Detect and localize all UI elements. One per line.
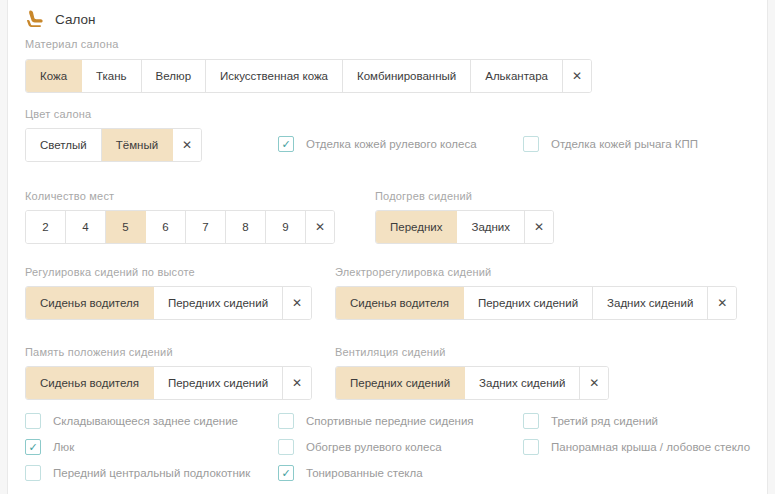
- seats-count-option[interactable]: 9: [266, 211, 306, 243]
- material-option[interactable]: Комбинированный: [343, 60, 471, 92]
- clear-icon: ✕: [589, 376, 599, 390]
- height-adjustment-option[interactable]: Сиденья водителя: [26, 287, 154, 319]
- electric-adjustment-button-group: Сиденья водителя Передних сидений Задних…: [335, 286, 737, 320]
- checkbox-label: Панорамная крыша / лобовое стекло: [551, 441, 750, 453]
- checkbox-front-armrest[interactable]: Передний центральный подлокотник: [25, 465, 250, 481]
- checkbox-label: Складывающееся заднее сидение: [53, 415, 238, 427]
- check-icon: ✓: [28, 441, 37, 454]
- height-adjustment-button-group: Сиденья водителя Передних сидений ✕: [25, 286, 312, 320]
- checkbox-box[interactable]: [523, 136, 539, 152]
- seat-icon: [25, 10, 45, 28]
- seats-count-option[interactable]: 6: [146, 211, 186, 243]
- material-option[interactable]: Искусственная кожа: [206, 60, 343, 92]
- checkbox-label: Передний центральный подлокотник: [53, 467, 250, 479]
- checkbox-box[interactable]: ✓: [25, 439, 41, 455]
- position-memory-label: Память положения сидений: [25, 346, 173, 358]
- heating-label: Подогрев сидений: [375, 190, 472, 202]
- checkbox-gearbox-leather[interactable]: Отделка кожей рычага КПП: [523, 128, 698, 160]
- seats-count-label: Количество мест: [25, 190, 114, 202]
- checkbox-box[interactable]: [523, 439, 539, 455]
- height-adjustment-label: Регулировка сидений по высоте: [25, 266, 195, 278]
- section-title: Салон: [55, 12, 95, 27]
- electric-adjustment-option[interactable]: Передних сидений: [464, 287, 593, 319]
- material-option[interactable]: Алькантара: [471, 60, 563, 92]
- checkbox-box[interactable]: [278, 439, 294, 455]
- clear-icon: ✕: [292, 376, 302, 390]
- material-button-group: Кожа Ткань Велюр Искусственная кожа Комб…: [25, 59, 592, 93]
- clear-icon: ✕: [717, 296, 727, 310]
- color-button-group: Светлый Тёмный ✕: [25, 128, 202, 162]
- material-option[interactable]: Ткань: [82, 60, 142, 92]
- material-clear-button[interactable]: ✕: [563, 60, 591, 92]
- checkbox-steering-leather[interactable]: ✓ Отделка кожей рулевого колеса: [278, 128, 477, 160]
- seats-count-option[interactable]: 4: [66, 211, 106, 243]
- checkbox-box[interactable]: ✓: [278, 136, 294, 152]
- ventilation-option[interactable]: Задних сидений: [465, 367, 580, 399]
- checkbox-label: Третий ряд сидений: [551, 415, 658, 427]
- color-option[interactable]: Светлый: [26, 129, 102, 161]
- ventilation-clear-button[interactable]: ✕: [580, 367, 608, 399]
- checkbox-label: Люк: [53, 441, 74, 453]
- checkbox-box[interactable]: [278, 413, 294, 429]
- checkbox-box[interactable]: ✓: [278, 465, 294, 481]
- heating-option[interactable]: Задних: [457, 211, 525, 243]
- height-adjustment-clear-button[interactable]: ✕: [283, 287, 311, 319]
- position-memory-option[interactable]: Сиденья водителя: [26, 367, 154, 399]
- seats-count-option[interactable]: 5: [106, 211, 146, 243]
- color-clear-button[interactable]: ✕: [173, 129, 201, 161]
- salon-filter-panel: Салон Материал салона Кожа Ткань Велюр И…: [7, 0, 768, 494]
- seats-count-clear-button[interactable]: ✕: [306, 211, 334, 243]
- checkbox-sport-front-seats[interactable]: Спортивные передние сидения: [278, 413, 474, 429]
- position-memory-clear-button[interactable]: ✕: [283, 367, 311, 399]
- color-label: Цвет салона: [25, 108, 91, 120]
- checkbox-tinted-windows[interactable]: ✓ Тонированные стекла: [278, 465, 423, 481]
- position-memory-button-group: Сиденья водителя Передних сидений ✕: [25, 366, 312, 400]
- clear-icon: ✕: [315, 220, 325, 234]
- ventilation-button-group: Передних сидений Задних сидений ✕: [335, 366, 609, 400]
- clear-icon: ✕: [182, 138, 192, 152]
- checkbox-label: Тонированные стекла: [306, 467, 423, 479]
- heating-button-group: Передних Задних ✕: [375, 210, 554, 244]
- seats-count-option[interactable]: 7: [186, 211, 226, 243]
- seats-count-button-group: 2 4 5 6 7 8 9 ✕: [25, 210, 335, 244]
- checkbox-label: Отделка кожей рулевого колеса: [306, 138, 477, 150]
- material-option[interactable]: Велюр: [142, 60, 206, 92]
- heating-clear-button[interactable]: ✕: [525, 211, 553, 243]
- checkbox-label: Отделка кожей рычага КПП: [551, 138, 698, 150]
- electric-adjustment-clear-button[interactable]: ✕: [708, 287, 736, 319]
- ventilation-label: Вентиляция сидений: [335, 346, 446, 358]
- check-icon: ✓: [281, 138, 290, 151]
- electric-adjustment-option[interactable]: Задних сидений: [593, 287, 708, 319]
- checkbox-label: Обогрев рулевого колеса: [306, 441, 442, 453]
- electric-adjustment-option[interactable]: Сиденья водителя: [336, 287, 464, 319]
- clear-icon: ✕: [572, 69, 582, 83]
- checkbox-sunroof[interactable]: ✓ Люк: [25, 439, 74, 455]
- color-option[interactable]: Тёмный: [102, 129, 173, 161]
- clear-icon: ✕: [292, 296, 302, 310]
- checkbox-panoramic-roof[interactable]: Панорамная крыша / лобовое стекло: [523, 439, 750, 455]
- material-label: Материал салона: [25, 38, 119, 50]
- heating-option[interactable]: Передних: [376, 211, 457, 243]
- checkbox-label: Спортивные передние сидения: [306, 415, 474, 427]
- clear-icon: ✕: [534, 220, 544, 234]
- position-memory-option[interactable]: Передних сидений: [154, 367, 283, 399]
- checkbox-steering-heating[interactable]: Обогрев рулевого колеса: [278, 439, 442, 455]
- seats-count-option[interactable]: 8: [226, 211, 266, 243]
- check-icon: ✓: [281, 467, 290, 480]
- section-header: Салон: [25, 10, 95, 28]
- checkbox-box[interactable]: [25, 413, 41, 429]
- checkbox-folding-rear-seat[interactable]: Складывающееся заднее сидение: [25, 413, 238, 429]
- height-adjustment-option[interactable]: Передних сидений: [154, 287, 283, 319]
- checkbox-box[interactable]: [523, 413, 539, 429]
- seats-count-option[interactable]: 2: [26, 211, 66, 243]
- material-option[interactable]: Кожа: [26, 60, 82, 92]
- electric-adjustment-label: Электрорегулировка сидений: [335, 266, 491, 278]
- checkbox-third-row[interactable]: Третий ряд сидений: [523, 413, 658, 429]
- checkbox-box[interactable]: [25, 465, 41, 481]
- ventilation-option[interactable]: Передних сидений: [336, 367, 465, 399]
